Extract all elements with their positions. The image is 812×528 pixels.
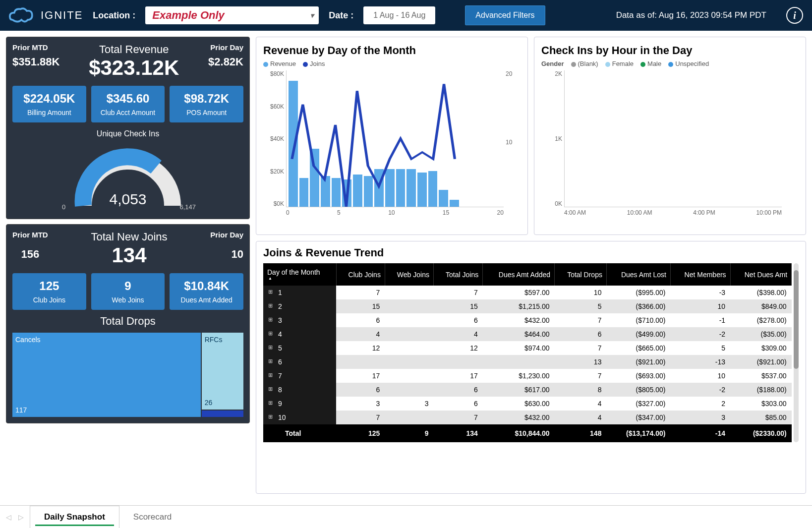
table-header[interactable]: Dues Amt Added xyxy=(483,263,555,286)
tile-pos-amount[interactable]: $98.72KPOS Amount xyxy=(170,86,243,122)
total-revenue-value: $323.12K xyxy=(89,56,179,80)
tile-club-acct-amount[interactable]: $345.60Club Acct Amount xyxy=(91,86,165,122)
total-drops-treemap[interactable]: Cancels 117 RFCs 26 xyxy=(12,333,243,417)
location-value: Example Only xyxy=(152,9,225,22)
prior-day-label: Prior Day xyxy=(208,43,243,52)
chart-legend: Gender (Blank) Female Male Unspecified xyxy=(541,60,799,67)
revenue-bar[interactable] xyxy=(342,179,351,207)
revenue-bar[interactable] xyxy=(299,178,309,207)
tile-club-joins[interactable]: 125Club Joins xyxy=(12,273,86,310)
table-header[interactable]: Net Dues Amt xyxy=(730,263,792,286)
date-range-input[interactable]: 1 Aug - 16 Aug xyxy=(363,6,435,24)
table-row[interactable]: 366$432.007($710.00)-1($278.00) xyxy=(263,313,792,327)
treemap-cancels[interactable]: Cancels 117 xyxy=(12,333,201,417)
table-row[interactable]: 866$617.008($805.00)-2($188.00) xyxy=(263,383,792,397)
table-row[interactable]: 444$464.006($499.00)-2($35.00) xyxy=(263,327,792,341)
table-header[interactable]: Day of the Month xyxy=(263,263,336,286)
revenue-bar[interactable] xyxy=(385,169,395,207)
revenue-bar[interactable] xyxy=(406,169,416,207)
table-row[interactable]: 1077$432.004($347.00)3$85.00 xyxy=(263,411,792,424)
table-header[interactable]: Total Drops xyxy=(555,263,607,286)
joins-revenue-table[interactable]: Day of the MonthClub JoinsWeb JoinsTotal… xyxy=(263,263,792,442)
revenue-bar[interactable] xyxy=(310,149,319,207)
revenue-bar[interactable] xyxy=(450,200,459,207)
date-label: Date : xyxy=(329,10,353,21)
data-as-of-label: Data as of: Aug 16, 2023 09:54 PM PDT xyxy=(616,10,766,20)
table-header[interactable]: Net Members xyxy=(670,263,730,286)
revenue-bar[interactable] xyxy=(332,178,341,207)
treemap-rfcs[interactable]: RFCs 26 xyxy=(202,333,243,410)
total-joins-card: Prior MTD 156 Total New Joins 134 Prior … xyxy=(6,224,250,423)
table-header[interactable]: Club Joins xyxy=(336,263,385,286)
revenue-bar[interactable] xyxy=(396,169,406,207)
location-label: Location : xyxy=(93,10,135,21)
location-dropdown[interactable]: Example Only ▾ xyxy=(145,6,319,24)
revenue-bar[interactable] xyxy=(289,81,298,207)
advanced-filters-button[interactable]: Advanced Filters xyxy=(465,5,545,25)
checkins-by-hour-chart: Check Ins by Hour in the Day Gender (Bla… xyxy=(534,37,806,235)
top-bar: IGNITE Location : Example Only ▾ Date : … xyxy=(0,0,812,31)
prior-mtd-value: $351.88K xyxy=(12,56,59,68)
table-row[interactable]: 9336$630.004($327.00)2$303.00 xyxy=(263,397,792,411)
unique-checkins-gauge: Unique Check Ins 0 6,147 4,053 xyxy=(12,129,243,213)
brand-name: IGNITE xyxy=(41,9,83,22)
revenue-bar[interactable] xyxy=(428,171,438,207)
joins-revenue-trend-card: Joins & Revenue Trend Day of the MonthCl… xyxy=(256,241,806,494)
prior-day-value: $2.82K xyxy=(208,56,243,68)
revenue-bar[interactable] xyxy=(417,173,427,207)
chevron-down-icon: ▾ xyxy=(310,11,314,19)
table-row[interactable]: 71717$1,230.007($693.00)10$537.00 xyxy=(263,369,792,383)
revenue-bar[interactable] xyxy=(439,190,448,207)
table-row[interactable]: 177$597.0010($995.00)-3($398.00) xyxy=(263,286,792,299)
table-row[interactable]: 21515$1,215.005($366.00)10$849.00 xyxy=(263,299,792,313)
tab-nav-arrows[interactable]: ◁▷ xyxy=(0,506,30,528)
table-row[interactable]: 51212$974.007($665.00)5$309.00 xyxy=(263,341,792,355)
info-icon[interactable]: i xyxy=(786,7,803,24)
revenue-by-day-chart: Revenue by Day of the Month Revenue Join… xyxy=(256,37,528,235)
total-revenue-card: Prior MTD $351.88K Total Revenue $323.12… xyxy=(6,37,250,219)
revenue-bar[interactable] xyxy=(364,176,373,207)
tab-scorecard[interactable]: Scorecard xyxy=(119,506,185,528)
table-header[interactable]: Dues Amt Lost xyxy=(606,263,670,286)
table-row[interactable]: 613($921.00)-13($921.00) xyxy=(263,355,792,369)
table-header[interactable]: Total Joins xyxy=(433,263,482,286)
brand-logo: IGNITE xyxy=(9,5,83,25)
revenue-bar[interactable] xyxy=(321,176,330,207)
total-revenue-title: Total Revenue xyxy=(89,43,179,56)
tab-daily-snapshot[interactable]: Daily Snapshot xyxy=(30,506,119,528)
treemap-other[interactable] xyxy=(202,411,243,417)
chart-legend: Revenue Joins xyxy=(263,60,521,67)
sheet-tabs: ◁▷ Daily Snapshot Scorecard xyxy=(0,505,812,528)
revenue-bar[interactable] xyxy=(353,175,362,207)
tile-web-joins[interactable]: 9Web Joins xyxy=(91,273,165,310)
table-scrollbar[interactable] xyxy=(794,263,799,442)
revenue-bar[interactable] xyxy=(374,169,384,207)
prior-mtd-label: Prior MTD xyxy=(12,43,59,52)
tile-billing-amount[interactable]: $224.05KBilling Amount xyxy=(12,86,86,122)
logo-icon xyxy=(9,5,36,25)
table-header[interactable]: Web Joins xyxy=(385,263,433,286)
tile-dues-amt-added[interactable]: $10.84KDues Amt Added xyxy=(170,273,243,310)
